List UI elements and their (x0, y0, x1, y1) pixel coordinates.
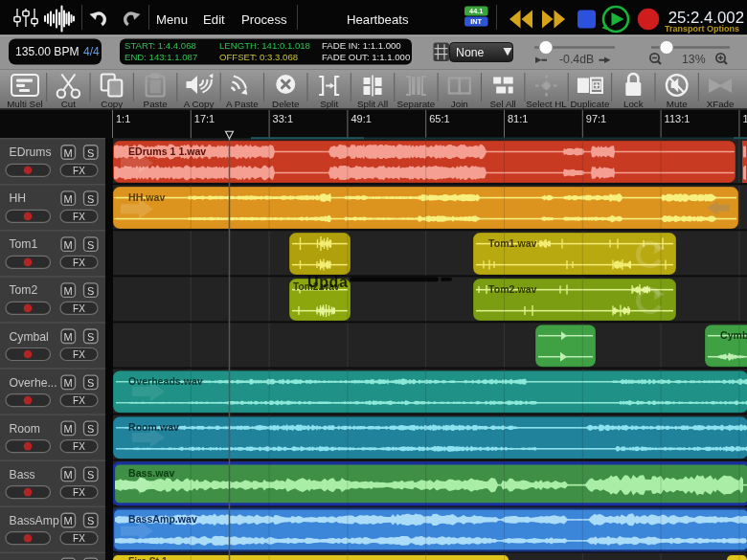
svg-text:129:1: 129:1 (742, 113, 747, 124)
svg-text:M: M (64, 147, 73, 159)
svg-text:Delete: Delete (272, 99, 300, 109)
svg-text:INT: INT (470, 17, 482, 26)
svg-text:M: M (64, 377, 73, 389)
svg-text:START: 1:4.4.068: START: 1:4.4.068 (124, 40, 196, 51)
svg-text:FX: FX (73, 349, 85, 360)
svg-text:Paste: Paste (144, 99, 169, 109)
svg-text:Sel All: Sel All (490, 99, 516, 109)
svg-text:M: M (64, 193, 73, 205)
svg-text:M: M (64, 285, 73, 297)
svg-text:A Paste: A Paste (226, 99, 259, 109)
svg-text:FADE IN: 1:1.1.000: FADE IN: 1:1.1.000 (322, 40, 401, 51)
svg-text:Transport Options: Transport Options (665, 24, 739, 34)
svg-text:81:1: 81:1 (508, 113, 528, 124)
svg-text:FX: FX (73, 258, 85, 268)
svg-text:Room.wav: Room.wav (128, 421, 179, 433)
svg-text:FX: FX (73, 487, 85, 498)
svg-text:Cymba: Cymba (720, 329, 747, 341)
svg-text:BassAmp: BassAmp (10, 514, 59, 527)
svg-text:M: M (64, 331, 73, 343)
svg-text:Tom1.wav: Tom1.wav (488, 237, 537, 249)
svg-text:FADE OUT: 1:1.1.000: FADE OUT: 1:1.1.000 (322, 52, 410, 62)
svg-text:S: S (87, 515, 94, 526)
svg-text:Duplicate: Duplicate (571, 99, 610, 109)
svg-text:17:1: 17:1 (194, 113, 215, 124)
svg-text:S: S (87, 193, 94, 205)
svg-text:LENGTH: 141:0.1.018: LENGTH: 141:0.1.018 (219, 40, 310, 51)
svg-text:FX: FX (73, 212, 85, 222)
svg-text:Bass.wav: Bass.wav (128, 467, 174, 479)
svg-text:Select HL: Select HL (526, 99, 567, 109)
svg-text:Upda: Upda (307, 274, 348, 290)
svg-text:Cymbal: Cymbal (10, 330, 49, 344)
svg-text:FX: FX (73, 533, 85, 544)
svg-text:Join: Join (451, 99, 468, 109)
svg-text:Split: Split (320, 99, 338, 109)
svg-text:A Copy: A Copy (184, 99, 215, 109)
svg-text:S: S (87, 147, 94, 159)
svg-text:Tom2.wav: Tom2.wav (488, 283, 537, 295)
svg-text:BassAmp.wav: BassAmp.wav (128, 513, 197, 525)
svg-text:113:1: 113:1 (665, 113, 690, 124)
svg-text:4/4: 4/4 (83, 45, 100, 58)
svg-text:44.1: 44.1 (469, 7, 483, 15)
svg-text:S: S (87, 469, 94, 481)
svg-text:EDrums 1 1.wav: EDrums 1 1.wav (128, 146, 206, 157)
svg-text:Cut: Cut (61, 99, 77, 109)
svg-text:Overheads.wav: Overheads.wav (128, 375, 203, 387)
svg-text:Tom1: Tom1 (10, 237, 38, 251)
svg-text:Split All: Split All (357, 99, 388, 109)
svg-text:Copy: Copy (101, 99, 123, 109)
svg-text:Menu: Menu (156, 12, 188, 27)
svg-text:33:1: 33:1 (273, 113, 293, 124)
svg-text:S: S (87, 377, 94, 389)
svg-text:XFade: XFade (707, 99, 735, 109)
svg-text:Edit: Edit (203, 12, 225, 27)
svg-text:Tom2: Tom2 (10, 283, 38, 297)
svg-text:Lock: Lock (623, 99, 644, 109)
svg-text:-0.4dB: -0.4dB (559, 53, 594, 66)
svg-text:FX: FX (73, 395, 85, 406)
svg-text:Bass: Bass (10, 468, 35, 482)
svg-text:S: S (87, 423, 94, 435)
svg-text:Room: Room (10, 422, 41, 436)
svg-text:Overhe...: Overhe... (10, 376, 57, 390)
svg-text:Heartbeats: Heartbeats (347, 12, 409, 27)
svg-text:13%: 13% (682, 53, 706, 66)
svg-text:M: M (64, 515, 73, 526)
svg-text:97:1: 97:1 (586, 113, 606, 124)
svg-text:Multi Sel: Multi Sel (7, 99, 43, 109)
svg-text:M: M (64, 469, 73, 481)
svg-text:FX: FX (73, 166, 85, 176)
svg-text:M: M (64, 423, 73, 435)
svg-text:HH.wav: HH.wav (128, 191, 165, 203)
svg-text:Process: Process (241, 12, 287, 27)
svg-text:OFFSET: 0:3.3.068: OFFSET: 0:3.3.068 (219, 52, 298, 62)
svg-text:EDrums: EDrums (10, 146, 52, 159)
svg-text:Mute: Mute (667, 99, 688, 109)
svg-text:49:1: 49:1 (351, 113, 371, 124)
svg-text:S: S (87, 331, 94, 343)
svg-text:FX: FX (73, 303, 85, 314)
svg-text:135.00 BPM: 135.00 BPM (15, 45, 79, 58)
svg-text:1:1: 1:1 (116, 113, 130, 124)
svg-text:None: None (456, 46, 485, 59)
svg-text:S: S (87, 239, 94, 251)
svg-text:M: M (64, 239, 73, 251)
svg-text:Separate: Separate (397, 99, 436, 109)
svg-text:END: 143:1.1.087: END: 143:1.1.087 (124, 52, 197, 62)
svg-text:65:1: 65:1 (429, 113, 449, 124)
svg-text:FX: FX (73, 441, 85, 452)
svg-text:HH: HH (10, 191, 27, 205)
svg-text:Fire St 1: Fire St 1 (128, 556, 168, 560)
svg-text:S: S (87, 285, 94, 297)
